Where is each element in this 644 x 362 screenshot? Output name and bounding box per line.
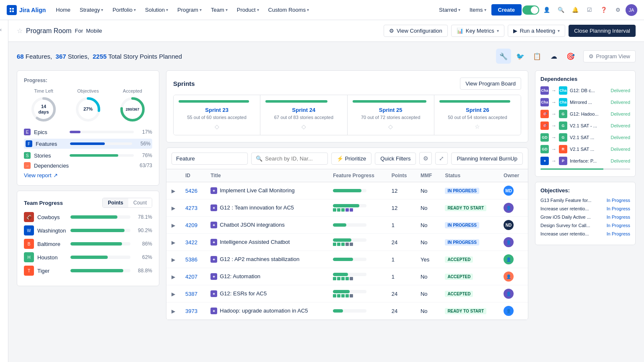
status-badge: READY TO START (445, 205, 486, 211)
row-id[interactable]: 4209 (185, 222, 197, 228)
search-box: 🔍 (251, 153, 327, 165)
toggle-switch[interactable] (522, 5, 539, 15)
settings-table-button[interactable]: ⚙ (419, 152, 432, 165)
app-logo[interactable]: Jira Align (7, 5, 46, 15)
star-icon[interactable]: ☆ (17, 27, 23, 35)
table-row: ▶ 3973 ✦Hadoop: upgrade automation in AC… (166, 303, 528, 320)
dep-from-icon: Cha (540, 98, 549, 106)
nav-team[interactable]: Team ▾ (207, 4, 232, 16)
row-id[interactable]: 4273 (185, 205, 197, 211)
table-row: ▶ 3422 ✦Intelligence Assisted Chatbot 24… (166, 234, 528, 251)
view-program-board-button[interactable]: View Program Board (460, 78, 521, 90)
view-icon-4[interactable]: ☁ (546, 49, 561, 64)
prioritize-button[interactable]: ⚡ Prioritize (331, 153, 372, 165)
row-id[interactable]: 5386 (185, 256, 197, 263)
objectives-title: Objectives: (540, 187, 630, 194)
team-progress-tabs: Points Count (102, 198, 152, 208)
stories-count: 367 (56, 53, 66, 60)
sprints-header: Sprints View Program Board (173, 78, 521, 90)
row-id[interactable]: 4207 (185, 274, 197, 280)
key-metrics-button[interactable]: 📊 Key Metrics ▾ (451, 25, 504, 37)
expand-table-button[interactable]: ⤢ (435, 152, 448, 165)
gauge-obj-value: 27% (83, 106, 93, 112)
user-profile-icon[interactable]: 👤 (540, 3, 553, 17)
dep-item-2: Cha → Cha Mirrored ... Delivered (540, 98, 630, 106)
help-icon[interactable]: ❓ (597, 3, 610, 17)
row-id[interactable]: 3973 (185, 308, 197, 314)
progress-features[interactable]: F Features 56% (24, 139, 152, 149)
feature-type-icon: ✦ (210, 290, 217, 297)
col-points: Points (387, 169, 415, 182)
col-title: Title (205, 169, 328, 182)
search-icon[interactable]: 🔍 (554, 3, 568, 17)
svg-rect-1 (12, 8, 14, 10)
tab-points[interactable]: Points (103, 198, 128, 207)
notifications-icon[interactable]: 🔔 (569, 3, 582, 17)
nav-strategy[interactable]: Strategy ▾ (75, 4, 107, 16)
table-header-row: ID Title Feature Progress Points MMF Sta… (166, 169, 528, 182)
settings-icon[interactable]: ⚙ (611, 3, 625, 17)
team-baltimore: B Baltimore 86% (24, 239, 152, 249)
view-icon-5[interactable]: 🎯 (563, 49, 578, 64)
page-title: Program Room (26, 27, 71, 35)
expand-icon[interactable]: ▶ (171, 205, 175, 211)
search-input[interactable] (265, 155, 323, 162)
expand-icon[interactable]: ▶ (171, 188, 175, 194)
nav-solution[interactable]: Solution ▾ (141, 4, 172, 16)
expand-icon[interactable]: ▶ (171, 240, 175, 246)
view-icon-3[interactable]: 📋 (530, 49, 545, 64)
row-id[interactable]: 3422 (185, 239, 197, 246)
features-count: 68 (17, 53, 24, 60)
houston-icon: H (24, 252, 34, 262)
table-row: ▶ 4273 ✦G12 : Team innovation for AC5 12… (166, 199, 528, 217)
nav-portfolio[interactable]: Portfolio ▾ (108, 4, 140, 16)
status-badge: READY TO START (445, 308, 486, 314)
checkmark-icon[interactable]: ☑ (583, 3, 596, 17)
cowboys-icon: 🏈 (24, 212, 34, 222)
nav-program[interactable]: Program ▾ (173, 4, 206, 16)
program-view-button[interactable]: ⚙ Program View (583, 50, 636, 62)
col-mmf: MMF (415, 169, 440, 182)
deps-icon: → (24, 162, 31, 169)
row-id[interactable]: 5426 (185, 188, 197, 194)
dependencies-section: Dependencies Cha → Cha G12: DB c... Deli… (535, 70, 636, 177)
tab-count[interactable]: Count (128, 198, 152, 207)
nav-starred[interactable]: Starred ▾ (435, 4, 465, 16)
sprints-title: Sprints (173, 80, 195, 87)
dep-item-7: ✦ → P Interface: P... Delivered (540, 157, 630, 165)
stories-icon: S (24, 152, 31, 159)
burnup-button[interactable]: Planning Interval BurnUp (451, 153, 523, 165)
expand-icon[interactable]: ▶ (171, 274, 175, 280)
close-planning-interval-button[interactable]: Close Planning Interval (569, 25, 636, 37)
dep-text: Interface: P... (570, 158, 608, 163)
dep-from-icon: GD (540, 133, 549, 142)
quick-filters-button[interactable]: Quick Filters (375, 153, 416, 165)
create-button[interactable]: Create (491, 4, 522, 16)
view-icon-2[interactable]: 🐦 (513, 49, 528, 64)
prioritize-icon: ⚡ (337, 155, 343, 162)
view-configuration-button[interactable]: ⚙ View Configuration (384, 25, 448, 37)
feature-type-icon: ✦ (210, 273, 217, 280)
nav-product[interactable]: Product ▾ (233, 4, 263, 16)
feature-filter-select[interactable]: Feature (171, 153, 248, 165)
nav-items[interactable]: Items ▾ (465, 4, 491, 16)
expand-icon[interactable]: ▶ (171, 222, 175, 228)
sidebar-collapse-btn[interactable]: ‹ (0, 20, 8, 362)
nav-home[interactable]: Home (52, 4, 75, 16)
row-id[interactable]: 5387 (185, 291, 197, 297)
owner-avatar: 👤 (504, 254, 514, 264)
view-icon-1[interactable]: 🔧 (496, 49, 511, 64)
expand-icon[interactable]: ▶ (171, 257, 175, 263)
gauge-acc-circle: 280/367 (119, 96, 146, 123)
expand-icon[interactable]: ▶ (171, 308, 175, 314)
expand-icon[interactable]: ▶ (171, 291, 175, 297)
nav-custom-rooms[interactable]: Custom Rooms ▾ (264, 4, 314, 16)
obj-status: In Progress (607, 198, 630, 203)
page-layout: ‹ ☆ Program Room For Mobile ⚙ View Confi… (0, 20, 644, 362)
view-report-link[interactable]: View report ↗ (24, 172, 152, 178)
avatar-icon[interactable]: JA (626, 4, 637, 16)
progress-epics: E Epics 17% (24, 129, 152, 135)
washington-icon: W (24, 225, 34, 235)
progress-label: Progress: (24, 78, 152, 83)
run-meeting-button[interactable]: ▶ Run a Meeting ▾ (508, 25, 566, 37)
